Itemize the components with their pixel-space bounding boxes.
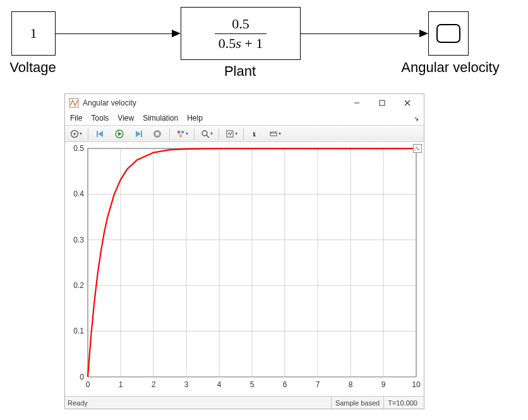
svg-rect-14 <box>156 132 159 135</box>
svg-text:10: 10 <box>412 380 421 389</box>
svg-marker-11 <box>136 131 141 137</box>
svg-text:0.2: 0.2 <box>73 281 84 290</box>
step-back-button[interactable] <box>93 127 107 141</box>
toolbar-separator <box>88 128 88 140</box>
signal-line-2 <box>301 33 419 34</box>
toolbar: ▾ ▾ ▾ ▾ <box>65 125 424 142</box>
zoom-button[interactable]: ▾ <box>200 127 213 141</box>
svg-text:6: 6 <box>283 380 287 389</box>
step-forward-button[interactable] <box>131 127 145 141</box>
chevron-down-icon: ▾ <box>279 131 281 136</box>
svg-text:0: 0 <box>80 373 84 381</box>
svg-text:8: 8 <box>349 380 353 389</box>
svg-text:7: 7 <box>316 380 320 389</box>
chevron-down-icon: ▾ <box>210 131 213 136</box>
toolbar-separator <box>169 128 170 140</box>
svg-point-18 <box>202 131 207 136</box>
window-title: Angular velocity <box>83 99 136 107</box>
plot-area[interactable]: 01234567891000.10.20.30.40.5 ⤡ <box>65 142 424 396</box>
svg-text:9: 9 <box>381 380 386 389</box>
autoscale-button[interactable]: ▾ <box>224 127 238 141</box>
signal-line-1 <box>56 33 172 34</box>
status-sample-mode: Sample based <box>331 397 383 409</box>
run-button[interactable] <box>112 127 126 141</box>
tf-numerator: 0.5 <box>228 16 253 33</box>
svg-text:3: 3 <box>184 380 189 389</box>
svg-point-6 <box>73 133 76 135</box>
measurements-button[interactable]: ▾ <box>268 127 282 141</box>
menu-help[interactable]: Help <box>187 114 203 123</box>
svg-rect-8 <box>97 131 98 137</box>
svg-rect-2 <box>380 100 385 105</box>
transfer-function-block[interactable]: 0.5 0.5s + 1 <box>181 7 301 60</box>
menu-file[interactable]: File <box>70 114 82 123</box>
svg-marker-10 <box>118 132 122 136</box>
window-titlebar[interactable]: Angular velocity <box>65 94 424 111</box>
svg-text:5: 5 <box>250 380 255 389</box>
svg-text:0.4: 0.4 <box>73 190 84 199</box>
svg-text:1: 1 <box>119 380 123 389</box>
transfer-function: 0.5 0.5s + 1 <box>215 16 267 52</box>
triggers-button[interactable]: ▾ <box>175 127 189 141</box>
menu-tools[interactable]: Tools <box>91 114 109 123</box>
stop-button[interactable] <box>150 127 164 141</box>
constant-block-label: Voltage <box>1 59 64 76</box>
cursor-measurements-button[interactable] <box>249 127 263 141</box>
toolbar-separator <box>219 128 219 140</box>
scope-block-label: Angular velocity <box>378 59 523 76</box>
svg-text:0: 0 <box>86 380 90 389</box>
svg-text:0.3: 0.3 <box>73 236 84 244</box>
svg-text:2: 2 <box>152 380 156 389</box>
close-button[interactable] <box>395 95 420 111</box>
chevron-down-icon: ▾ <box>235 131 237 136</box>
constant-value: 1 <box>30 25 37 42</box>
svg-text:0.1: 0.1 <box>73 327 84 336</box>
scope-screen-icon <box>436 24 460 43</box>
simulink-diagram: 1 Voltage 0.5 0.5s + 1 Plant Angular vel… <box>0 0 528 95</box>
signal-arrowhead-1 <box>172 30 181 37</box>
maximize-button[interactable] <box>369 95 395 111</box>
svg-text:4: 4 <box>217 380 222 389</box>
step-response-chart: 01234567891000.10.20.30.40.5 <box>65 142 424 396</box>
scope-window: Angular velocity File Tools View Simulat… <box>64 93 424 409</box>
menu-view[interactable]: View <box>117 114 134 123</box>
float-scope-icon[interactable]: ⤡ <box>413 144 422 153</box>
toolbar-separator <box>243 128 244 140</box>
statusbar: Ready Sample based T=10.000 <box>65 396 424 409</box>
minimize-button[interactable] <box>344 95 369 111</box>
tf-denominator: 0.5s + 1 <box>215 33 267 52</box>
svg-marker-7 <box>98 131 103 137</box>
signal-arrowhead-2 <box>419 30 428 37</box>
status-sim-time: T=10.000 <box>383 397 421 409</box>
status-ready: Ready <box>68 399 88 407</box>
dock-arrow-icon[interactable]: ↘ <box>414 115 419 122</box>
chevron-down-icon: ▾ <box>80 131 82 136</box>
transfer-function-block-label: Plant <box>208 63 272 80</box>
app-icon <box>69 98 79 108</box>
svg-rect-17 <box>179 135 182 137</box>
toolbar-separator <box>194 128 195 140</box>
menu-simulation[interactable]: Simulation <box>143 114 178 123</box>
constant-block[interactable]: 1 <box>11 11 56 56</box>
scope-block[interactable] <box>428 11 469 56</box>
svg-rect-12 <box>141 131 142 137</box>
svg-text:0.5: 0.5 <box>73 144 84 153</box>
svg-rect-16 <box>181 131 184 133</box>
menubar: File Tools View Simulation Help ↘ <box>65 111 424 125</box>
svg-line-19 <box>207 135 209 138</box>
svg-rect-15 <box>177 131 180 133</box>
configure-button[interactable]: ▾ <box>69 127 83 141</box>
chevron-down-icon: ▾ <box>186 131 188 136</box>
